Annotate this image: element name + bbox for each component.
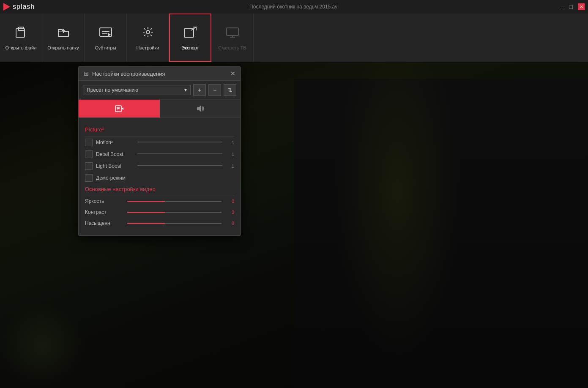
setting-row-motion2: Motion² 1 (85, 139, 234, 146)
divider-picture (85, 136, 234, 137)
svg-marker-11 (197, 105, 201, 112)
open-file-icon (14, 25, 28, 42)
setting-row-saturation: Насыщенн. 0 (85, 220, 234, 226)
svg-point-3 (146, 30, 150, 34)
dialog-close-button[interactable]: ✕ (230, 70, 235, 77)
brightness-label: Яркость (85, 198, 123, 204)
preset-dropdown[interactable]: Пресет по умолчанию ▾ (83, 85, 191, 95)
preset-remove-button[interactable]: − (208, 84, 221, 96)
open-file-label: Открыть файл (5, 45, 37, 50)
open-folder-icon (57, 25, 70, 42)
close-button[interactable]: ✕ (578, 3, 585, 10)
subtitles-label: Субтитры (95, 45, 116, 50)
open-folder-label: Открыть папку (47, 45, 79, 50)
settings-dialog: ⊞ Настройки воспроизведения ✕ Пресет по … (78, 66, 241, 236)
demo-mode-label: Демо-режим (96, 175, 134, 181)
saturation-value: 0 (226, 221, 234, 226)
setting-row-detail-boost: Detail Boost 1 (85, 150, 234, 158)
detail-boost-value: 1 (226, 152, 234, 157)
detail-boost-label: Detail Boost (96, 151, 134, 157)
video-section-title: Основные настройки видео (85, 186, 234, 192)
preset-add-button[interactable]: + (193, 84, 206, 96)
brightness-value: 0 (226, 199, 234, 204)
subtitles-icon (99, 25, 112, 42)
brightness-slider[interactable] (127, 201, 222, 202)
toolbar-item-watch-tv: Смотреть ТВ (211, 14, 254, 62)
toolbar-item-export[interactable]: Экспорт (169, 14, 211, 62)
logo-icon (3, 3, 10, 11)
settings-icon (141, 25, 155, 42)
demo-mode-checkbox[interactable] (85, 174, 93, 182)
titlebar: splash Последний охотник на ведьм 2015.a… (0, 0, 588, 14)
minimize-button[interactable]: − (561, 4, 564, 10)
motion2-label: Motion² (96, 139, 134, 145)
dialog-settings-icon: ⊞ (84, 70, 89, 77)
preset-adjust-button[interactable]: ⇅ (224, 84, 236, 96)
maximize-button[interactable]: □ (569, 4, 573, 10)
saturation-slider[interactable] (127, 223, 222, 224)
preset-label: Пресет по умолчанию (87, 87, 138, 93)
setting-row-demo-mode: Демо-режим (85, 174, 234, 182)
brightness-fill (127, 201, 165, 202)
tab-audio[interactable] (160, 100, 241, 117)
watch-tv-icon (226, 25, 239, 42)
tab-audio-icon (196, 104, 204, 113)
export-icon (183, 25, 197, 42)
motion2-value: 1 (226, 140, 234, 145)
contrast-fill (127, 212, 165, 213)
light-boost-value: 1 (226, 164, 234, 169)
light-boost-slider[interactable] (137, 165, 222, 167)
motion2-track (137, 142, 222, 142)
contrast-value: 0 (226, 210, 234, 215)
toolbar-item-subtitles[interactable]: Субтитры (85, 14, 127, 62)
detail-boost-fill (137, 153, 222, 154)
figure-detail (323, 62, 471, 388)
file-title: Последний охотник на ведьм 2015.avi (249, 4, 339, 10)
window-controls: − □ ✕ (561, 3, 585, 10)
settings-label: Настройки (137, 45, 159, 50)
toolbar-item-open-folder[interactable]: Открыть папку (42, 14, 85, 62)
light-boost-label: Light Boost (96, 163, 134, 169)
motion2-fill (137, 142, 222, 142)
svg-rect-5 (227, 28, 238, 36)
contrast-slider[interactable] (127, 212, 222, 213)
settings-content: Picture² Motion² 1 Detail Boost (79, 118, 241, 235)
dialog-title-left: ⊞ Настройки воспроизведения (84, 70, 165, 77)
svg-marker-2 (108, 33, 111, 36)
picture-section-title: Picture² (85, 126, 234, 133)
detail-boost-slider[interactable] (137, 153, 222, 155)
app-name: splash (13, 3, 35, 11)
saturation-fill (127, 223, 165, 224)
light-boost-track (137, 165, 222, 166)
divider-video (85, 196, 234, 196)
contrast-label: Контраст (85, 209, 123, 215)
preset-row: Пресет по умолчанию ▾ + − ⇅ (79, 81, 241, 100)
setting-row-light-boost: Light Boost 1 (85, 162, 234, 170)
light-boost-checkbox[interactable] (85, 162, 93, 170)
dialog-titlebar: ⊞ Настройки воспроизведения ✕ (79, 67, 241, 81)
preset-dropdown-icon: ▾ (184, 87, 187, 93)
toolbar-item-settings[interactable]: Настройки (127, 14, 169, 62)
export-label: Экспорт (181, 45, 199, 50)
main-content: ⊞ Настройки воспроизведения ✕ Пресет по … (0, 62, 588, 388)
tab-video-icon (115, 104, 123, 113)
titlebar-left: splash (3, 3, 35, 11)
toolbar: Открыть файл Открыть папку Субтитры (0, 14, 588, 62)
detail-boost-track (137, 153, 222, 154)
motion2-slider[interactable] (137, 142, 222, 143)
light-boost-fill (137, 165, 222, 166)
tab-row (79, 100, 241, 118)
toolbar-item-open-file[interactable]: Открыть файл (0, 14, 42, 62)
bg-glow-left (0, 303, 85, 388)
watch-tv-label: Смотреть ТВ (218, 45, 246, 50)
saturation-label: Насыщенн. (85, 220, 123, 226)
app-logo: splash (3, 3, 35, 11)
setting-row-brightness: Яркость 0 (85, 198, 234, 204)
motion2-checkbox[interactable] (85, 139, 93, 146)
dialog-title: Настройки воспроизведения (92, 71, 165, 77)
setting-row-contrast: Контраст 0 (85, 209, 234, 215)
detail-boost-checkbox[interactable] (85, 150, 93, 158)
tab-video[interactable] (79, 100, 160, 117)
